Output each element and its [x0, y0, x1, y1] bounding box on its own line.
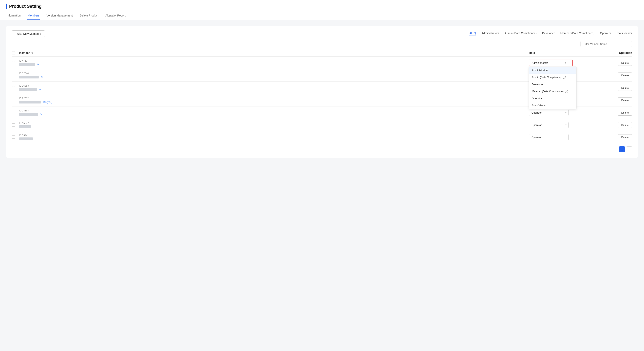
nav-tab-delete-product[interactable]: Delete Product	[80, 12, 99, 20]
dropdown-option-developer[interactable]: Developer	[529, 81, 576, 88]
member-name-row-6	[19, 137, 529, 140]
sort-icon: ⇅	[31, 52, 33, 54]
role-tab-stats-viewer[interactable]: Stats Viewer	[616, 32, 632, 36]
delete-button-6[interactable]: Delete	[618, 134, 632, 140]
role-dropdown-5[interactable]: Operator▾	[529, 122, 592, 128]
dropdown-option-administrators[interactable]: Administrators	[529, 67, 576, 74]
operation-col-3: Delete	[592, 97, 632, 103]
delete-button-0[interactable]: Delete	[618, 60, 632, 66]
page-1-button[interactable]: 1	[619, 146, 625, 152]
role-tab-developer[interactable]: Developer	[542, 32, 555, 36]
filter-row	[12, 41, 632, 47]
refresh-icon-2[interactable]: ↻	[38, 88, 41, 91]
member-info-1: ID 12544↻	[19, 72, 529, 79]
operation-col-5: Delete	[592, 122, 632, 128]
row-checkbox-1[interactable]	[12, 74, 15, 77]
role-dropdown-6[interactable]: Operator▾	[529, 134, 592, 140]
role-dropdown-0[interactable]: Administrators▾AdministratorsAdmin (Data…	[529, 60, 592, 66]
refresh-icon-1[interactable]: ↻	[40, 76, 43, 79]
operation-col-4: Delete	[592, 110, 632, 116]
page-title-row: Product Setting	[6, 4, 638, 9]
next-page-button[interactable]: ›	[626, 146, 632, 152]
dropdown-menu-0: AdministratorsAdmin (Data Compliance)iDe…	[529, 67, 576, 109]
nav-tab-members[interactable]: Members	[28, 12, 40, 20]
dropdown-option-member-data-compliance[interactable]: Member (Data Compliance)i	[529, 88, 576, 95]
header: Product Setting InformationMembersVersio…	[0, 0, 644, 20]
dropdown-option-admin-data-compliance[interactable]: Admin (Data Compliance)i	[529, 74, 576, 81]
table-header: Member ⇅ Role Operation	[12, 49, 632, 57]
member-info-2: ID 16353↻	[19, 84, 529, 91]
nav-tab-information[interactable]: Information	[6, 12, 21, 20]
delete-button-1[interactable]: Delete	[618, 73, 632, 78]
member-id-0: ID 4719	[19, 59, 529, 62]
dropdown-option-stats-viewer[interactable]: Stats Viewer	[529, 102, 576, 109]
delete-button-4[interactable]: Delete	[618, 110, 632, 116]
refresh-icon-4[interactable]: ↻	[40, 113, 42, 116]
invite-new-members-button[interactable]: Invite New Members	[12, 30, 45, 37]
member-name-row-3: (It's you)	[19, 101, 529, 104]
row-checkbox-6[interactable]	[12, 136, 15, 139]
member-name-row-0: ↻	[19, 63, 529, 66]
nav-tab-alteration-record[interactable]: AlterationRecord	[105, 12, 126, 20]
page-title: Product Setting	[9, 4, 42, 9]
member-info-4: ID 14868↻	[19, 109, 529, 116]
dropdown-select-4[interactable]: Operator	[529, 110, 568, 116]
dropdown-option-operator[interactable]: Operator	[529, 95, 576, 102]
role-column-header: Role	[529, 51, 592, 55]
member-name-row-1: ↻	[19, 76, 529, 79]
member-id-1: ID 12544	[19, 72, 529, 75]
role-dropdown-4[interactable]: Operator▾	[529, 110, 592, 116]
member-id-3: ID 22312	[19, 97, 529, 100]
you-badge-3: (It's you)	[42, 101, 52, 104]
nav-tab-version-management[interactable]: Version Management	[46, 12, 73, 20]
member-name-blurred-3	[19, 101, 41, 104]
row-checkbox-2[interactable]	[12, 86, 15, 89]
role-tab-operator[interactable]: Operator	[600, 32, 611, 36]
member-id-2: ID 16353	[19, 84, 529, 87]
member-id-5: ID 15277	[19, 122, 529, 125]
row-checkbox-5[interactable]	[12, 123, 15, 127]
member-name-blurred-2	[19, 88, 37, 91]
dropdown-select-6[interactable]: Operator	[529, 134, 568, 140]
operation-col-6: Delete	[592, 134, 632, 140]
page-container: Product Setting InformationMembersVersio…	[0, 0, 644, 351]
pagination: 1 ›	[12, 143, 632, 153]
member-info-3: ID 22312(It's you)	[19, 97, 529, 104]
nav-tabs: InformationMembersVersion ManagementDele…	[6, 12, 638, 20]
member-id-6: ID 15941	[19, 134, 529, 137]
table-row: ID 15941Operator▾Delete	[12, 131, 632, 143]
row-checkbox-4[interactable]	[12, 111, 15, 114]
operation-col-0: Delete	[592, 60, 632, 66]
info-icon-member-data-compliance[interactable]: i	[565, 90, 568, 93]
role-tab-admin-data-compliance[interactable]: Admin (Data Compliance)	[505, 32, 536, 36]
toolbar: Invite New Members All(7)AdministratorsA…	[12, 30, 632, 37]
table-body: ID 4719↻Administrators▾AdministratorsAdm…	[12, 57, 632, 143]
filter-member-name-input[interactable]	[580, 41, 632, 47]
member-name-blurred-5	[19, 125, 31, 128]
row-checkbox-0[interactable]	[12, 61, 15, 64]
select-all-checkbox[interactable]	[12, 51, 15, 55]
dropdown-trigger-0[interactable]: Administrators▾	[529, 60, 572, 66]
member-name-row-5	[19, 125, 529, 128]
title-accent-bar	[6, 4, 7, 9]
role-tab-administrators[interactable]: Administrators	[482, 32, 499, 36]
delete-button-5[interactable]: Delete	[618, 122, 632, 128]
dropdown-select-5[interactable]: Operator	[529, 122, 568, 128]
member-name-blurred-6	[19, 137, 33, 140]
row-checkbox-3[interactable]	[12, 99, 15, 102]
delete-button-3[interactable]: Delete	[618, 97, 632, 103]
delete-button-2[interactable]: Delete	[618, 85, 632, 91]
member-name-row-4: ↻	[19, 113, 529, 116]
dropdown-wrapper-4: Operator▾	[529, 110, 568, 116]
role-tab-all[interactable]: All(7)	[469, 32, 476, 36]
operation-col-1: Delete	[592, 73, 632, 78]
table-row: ID 15277Operator▾Delete	[12, 119, 632, 131]
refresh-icon-0[interactable]: ↻	[36, 63, 39, 66]
member-column-header: Member ⇅	[19, 51, 529, 55]
operation-column-header: Operation	[592, 51, 632, 55]
info-icon-admin-data-compliance[interactable]: i	[563, 76, 566, 79]
member-id-4: ID 14868	[19, 109, 529, 112]
member-info-6: ID 15941	[19, 134, 529, 140]
role-tab-member-data-compliance[interactable]: Member (Data Compliance)	[560, 32, 594, 36]
member-name-blurred-1	[19, 76, 39, 79]
